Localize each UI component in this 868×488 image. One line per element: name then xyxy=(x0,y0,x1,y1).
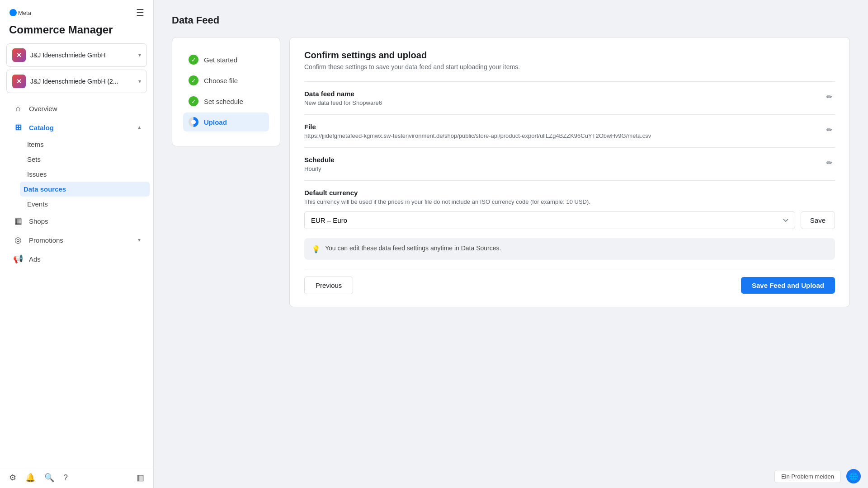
currency-description: This currency will be used if the prices… xyxy=(304,198,835,205)
report-problem-button[interactable]: Ein Problem melden xyxy=(774,470,841,483)
field-info-file: File https://jjidefgmetafeed-kgmwx.sw-te… xyxy=(304,123,818,139)
edit-name-button[interactable]: ✏ xyxy=(824,90,835,104)
step-check-choose-file: ✓ xyxy=(189,75,198,85)
field-info-schedule: Schedule Hourly xyxy=(304,156,818,172)
field-value-schedule: Hourly xyxy=(304,165,818,172)
info-box: 💡 You can edit these data feed settings … xyxy=(304,238,835,260)
step-label-choose-file: Choose file xyxy=(204,77,238,84)
sidebar-header: Meta ☰ xyxy=(0,0,153,22)
account-switcher-2[interactable]: ✕ J&J Ideenschmiede GmbH (2... ▾ xyxy=(6,70,147,93)
hamburger-icon[interactable]: ☰ xyxy=(136,7,144,18)
save-currency-button[interactable]: Save xyxy=(801,211,835,229)
save-feed-upload-button[interactable]: Save Feed and Upload xyxy=(741,277,835,294)
main-content: Data Feed ✓ Get started ✓ Choose file ✓ … xyxy=(154,0,868,488)
step-upload: Upload xyxy=(183,113,269,131)
step-half-upload xyxy=(189,117,198,127)
step-label-get-started: Get started xyxy=(204,56,237,64)
field-label-schedule: Schedule xyxy=(304,156,818,164)
catalog-subnav: Items Sets Issues Data sources Events xyxy=(0,137,153,211)
edit-file-button[interactable]: ✏ xyxy=(824,123,835,137)
sidebar-item-label-promotions: Promotions xyxy=(29,236,63,244)
field-info-name: Data feed name New data feed for Shopwar… xyxy=(304,90,818,106)
currency-label: Default currency xyxy=(304,189,835,197)
page-title: Data Feed xyxy=(172,14,850,26)
sidebar-item-items[interactable]: Items xyxy=(27,137,150,152)
home-icon: ⌂ xyxy=(13,104,24,113)
sidebar-item-events[interactable]: Events xyxy=(27,197,150,211)
promotions-icon: ◎ xyxy=(13,235,24,245)
field-data-feed-name: Data feed name New data feed for Shopwar… xyxy=(304,81,835,114)
step-get-started: ✓ Get started xyxy=(183,50,269,69)
ads-icon: 📢 xyxy=(13,254,24,264)
settings-icon[interactable]: ⚙ xyxy=(9,473,16,483)
field-value-file: https://jjidefgmetafeed-kgmwx.sw-testenv… xyxy=(304,132,818,139)
sidebar-item-label-shops: Shops xyxy=(29,217,48,225)
notifications-icon[interactable]: 🔔 xyxy=(25,473,35,483)
sidebar-item-label-overview: Overview xyxy=(29,105,57,113)
account-name-2: J&J Ideenschmiede GmbH (2... xyxy=(30,78,134,85)
app-title: Commerce Manager xyxy=(0,22,153,43)
settings-subtitle: Confirm these settings to save your data… xyxy=(304,63,835,70)
previous-button[interactable]: Previous xyxy=(304,277,353,294)
sidebar-item-label-catalog: Catalog xyxy=(29,124,54,131)
sidebar-bottom: ⚙ 🔔 🔍 ? ▥ xyxy=(0,467,153,488)
account-switcher-1[interactable]: ✕ J&J Ideenschmiede GmbH ▾ xyxy=(6,43,147,67)
sidebar-item-issues[interactable]: Issues xyxy=(27,167,150,182)
grid-icon: ⊞ xyxy=(13,122,24,132)
step-choose-file: ✓ Choose file xyxy=(183,71,269,90)
sidebar-item-sets[interactable]: Sets xyxy=(27,152,150,167)
field-schedule: Schedule Hourly ✏ xyxy=(304,147,835,180)
info-message: You can edit these data feed settings an… xyxy=(325,244,501,252)
settings-panel: Confirm settings and upload Confirm thes… xyxy=(289,37,850,307)
bottom-bar: Ein Problem melden 🌐 xyxy=(767,465,868,488)
search-icon[interactable]: 🔍 xyxy=(44,473,54,483)
globe-icon[interactable]: 🌐 xyxy=(846,469,861,483)
action-row: Previous Save Feed and Upload xyxy=(304,269,835,294)
field-value-name: New data feed for Shopware6 xyxy=(304,99,818,106)
step-label-set-schedule: Set schedule xyxy=(204,98,243,105)
info-icon: 💡 xyxy=(311,245,321,253)
account-icon-2: ✕ xyxy=(12,75,26,88)
currency-select[interactable]: EUR – Euro USD – US Dollar GBP – British… xyxy=(304,211,795,229)
step-set-schedule: ✓ Set schedule xyxy=(183,92,269,111)
sidebar-item-overview[interactable]: ⌂ Overview xyxy=(4,99,150,118)
chevron-down-icon-2: ▾ xyxy=(138,78,141,84)
sidebar-item-data-sources[interactable]: Data sources xyxy=(20,182,150,197)
sidebar-item-catalog[interactable]: ⊞ Catalog ▴ xyxy=(4,118,150,137)
sidebar: Meta ☰ Commerce Manager ✕ J&J Ideenschmi… xyxy=(0,0,154,488)
currency-row: EUR – Euro USD – US Dollar GBP – British… xyxy=(304,211,835,229)
edit-schedule-button[interactable]: ✏ xyxy=(824,156,835,170)
steps-panel: ✓ Get started ✓ Choose file ✓ Set schedu… xyxy=(172,37,280,146)
svg-text:Meta: Meta xyxy=(18,9,32,16)
sidebar-item-promotions[interactable]: ◎ Promotions ▾ xyxy=(4,230,150,249)
shops-icon: ▦ xyxy=(13,216,24,226)
account-icon-1: ✕ xyxy=(12,48,26,62)
help-icon[interactable]: ? xyxy=(63,473,68,483)
step-label-upload: Upload xyxy=(204,118,227,126)
sidebar-item-shops[interactable]: ▦ Shops xyxy=(4,211,150,230)
chevron-down-icon: ▾ xyxy=(138,52,141,58)
currency-section: Default currency This currency will be u… xyxy=(304,180,835,229)
field-label-name: Data feed name xyxy=(304,90,818,98)
nav-section: ⌂ Overview ⊞ Catalog ▴ Items Sets Issues… xyxy=(0,96,153,272)
sidebar-item-ads[interactable]: 📢 Ads xyxy=(4,249,150,268)
sidebar-item-label-ads: Ads xyxy=(29,255,41,263)
meta-logo: Meta xyxy=(9,9,36,17)
svg-point-0 xyxy=(9,9,17,16)
content-wrapper: ✓ Get started ✓ Choose file ✓ Set schedu… xyxy=(172,37,850,307)
chevron-down-icon-promotions: ▾ xyxy=(138,237,141,243)
step-check-set-schedule: ✓ xyxy=(189,96,198,106)
chevron-up-icon: ▴ xyxy=(138,124,141,131)
step-check-get-started: ✓ xyxy=(189,55,198,65)
panels-icon[interactable]: ▥ xyxy=(137,473,144,483)
field-label-file: File xyxy=(304,123,818,131)
field-file: File https://jjidefgmetafeed-kgmwx.sw-te… xyxy=(304,114,835,147)
settings-title: Confirm settings and upload xyxy=(304,50,835,61)
account-name-1: J&J Ideenschmiede GmbH xyxy=(30,52,134,59)
